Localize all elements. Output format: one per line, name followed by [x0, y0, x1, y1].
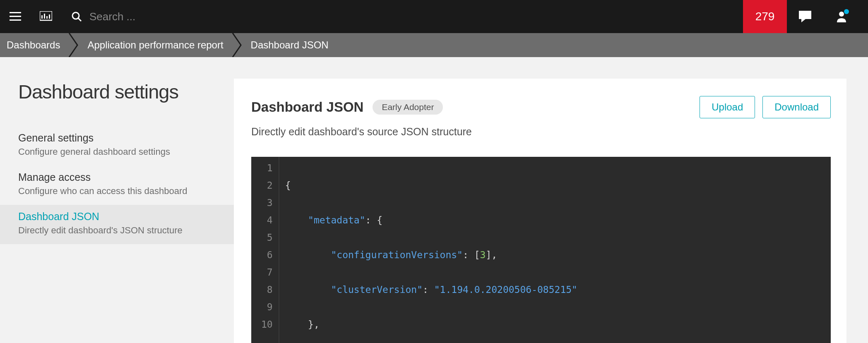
json-editor[interactable]: 1 2 3 4 5 6 7 8 9 10 { "metadata": { "co…: [251, 157, 831, 343]
svg-rect-4: [41, 15, 43, 19]
line-number: 2: [261, 177, 273, 194]
sidebar-item-general[interactable]: General settings Configure general dashb…: [18, 126, 234, 166]
svg-rect-5: [44, 14, 45, 19]
code-token: ],: [486, 249, 497, 260]
line-number: 10: [261, 316, 273, 333]
svg-marker-11: [801, 19, 805, 22]
early-adopter-badge: Early Adopter: [373, 100, 443, 115]
search-wrap: [71, 10, 255, 23]
breadcrumb-report[interactable]: Application performance report: [81, 33, 231, 57]
chat-icon: [799, 11, 811, 22]
breadcrumb-dashboards[interactable]: Dashboards: [0, 33, 68, 57]
svg-rect-2: [10, 19, 21, 21]
dashboard-icon: [40, 11, 52, 22]
line-number: 1: [261, 159, 273, 177]
status-dot-icon: [844, 9, 849, 14]
search-input[interactable]: [89, 10, 255, 23]
breadcrumb-label: Dashboards: [7, 39, 60, 51]
search-icon: [71, 11, 82, 22]
sidebar-item-desc: Configure who can access this dashboard: [18, 186, 226, 197]
sidebar-item-json[interactable]: Dashboard JSON Directly edit dashboard's…: [0, 205, 234, 244]
svg-line-9: [78, 18, 81, 21]
topbar: 279: [0, 0, 868, 33]
breadcrumb-label: Dashboard JSON: [251, 39, 329, 51]
upload-button[interactable]: Upload: [700, 96, 755, 118]
line-number: 8: [261, 281, 273, 298]
breadcrumb-separator: [68, 33, 81, 57]
line-number: 9: [261, 298, 273, 316]
line-number: 6: [261, 246, 273, 264]
breadcrumb-label: Application performance report: [87, 39, 223, 51]
code-token: "1.194.0.20200506-085215": [434, 284, 577, 295]
line-number: 3: [261, 194, 273, 211]
code-token: 3: [480, 249, 486, 260]
notification-count[interactable]: 279: [743, 0, 787, 33]
svg-rect-7: [49, 14, 50, 19]
code-token: :: [423, 284, 434, 295]
line-number: 4: [261, 211, 273, 229]
code-token: : {: [365, 215, 383, 225]
code-token: },: [308, 319, 320, 330]
download-button[interactable]: Download: [762, 96, 831, 118]
user-button[interactable]: [823, 0, 860, 33]
line-number: 5: [261, 229, 273, 246]
topbar-right: 279: [743, 0, 860, 33]
breadcrumb-json: Dashboard JSON: [244, 33, 337, 57]
editor-gutter: 1 2 3 4 5 6 7 8 9 10: [251, 157, 279, 343]
sidebar: Dashboard settings General settings Conf…: [0, 57, 234, 343]
code-token: {: [285, 180, 291, 191]
sidebar-item-title: General settings: [18, 132, 226, 144]
line-number: 7: [261, 264, 273, 281]
code-token: "clusterVersion": [331, 284, 423, 295]
main-panel: Dashboard JSON Early Adopter Upload Down…: [234, 79, 846, 343]
svg-point-12: [839, 12, 844, 17]
editor-code[interactable]: { "metadata": { "configurationVersions":…: [279, 157, 589, 343]
dashboard-button[interactable]: [38, 9, 54, 24]
sidebar-item-access[interactable]: Manage access Configure who can access t…: [18, 166, 234, 205]
main-subtitle: Directly edit dashboard's source JSON st…: [251, 126, 831, 138]
svg-rect-6: [46, 16, 48, 19]
svg-rect-1: [10, 16, 21, 17]
code-token: "configurationVersions": [331, 249, 463, 260]
main-actions: Upload Download: [700, 96, 831, 118]
code-token: : [: [463, 249, 480, 260]
main-header: Dashboard JSON Early Adopter Upload Down…: [251, 96, 831, 118]
svg-point-8: [72, 12, 79, 19]
topbar-left: [7, 9, 255, 24]
chat-button[interactable]: [787, 0, 823, 33]
page-title: Dashboard settings: [18, 80, 234, 103]
breadcrumb-separator: [232, 33, 244, 57]
code-token: "metadata": [308, 215, 365, 225]
layout: Dashboard settings General settings Conf…: [0, 57, 868, 343]
main-title: Dashboard JSON: [251, 99, 363, 115]
sidebar-item-title: Dashboard JSON: [18, 211, 226, 223]
svg-rect-10: [799, 11, 811, 19]
sidebar-item-desc: Configure general dashboard settings: [18, 146, 226, 157]
sidebar-item-desc: Directly edit dashboard's JSON structure: [18, 225, 226, 236]
menu-button[interactable]: [7, 9, 23, 24]
hamburger-icon: [10, 12, 21, 21]
sidebar-item-title: Manage access: [18, 171, 226, 183]
breadcrumb: Dashboards Application performance repor…: [0, 33, 868, 57]
svg-rect-0: [10, 12, 21, 13]
